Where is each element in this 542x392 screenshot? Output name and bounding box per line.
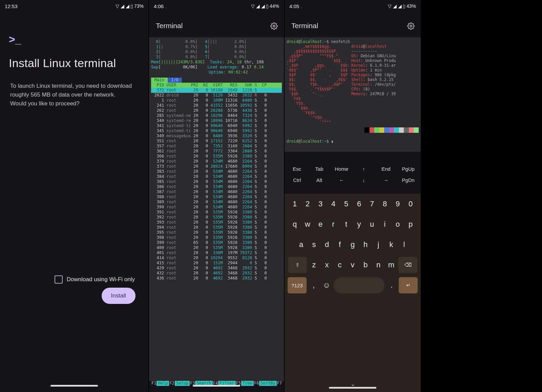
key-f[interactable]: f bbox=[334, 236, 346, 253]
extkey-↑[interactable]: ↑ bbox=[353, 166, 375, 172]
table-row[interactable]: 383 root 20 0 534M 4680 2264 S 0 bbox=[151, 169, 282, 174]
key-1[interactable]: 1 bbox=[289, 196, 300, 212]
key-r[interactable]: r bbox=[328, 216, 339, 232]
table-row[interactable]: 262 root 20 0 26288 5736 4436 S 0 bbox=[151, 108, 282, 113]
gear-icon[interactable] bbox=[270, 22, 278, 31]
chevron-down-icon[interactable]: ⌄ bbox=[351, 381, 355, 387]
table-row[interactable]: 285 systemd-ne 20 0 18296 8464 7324 S 0 bbox=[151, 113, 282, 118]
process-table-header[interactable]: PID USER PRI NI VIRT RES SHR S CP bbox=[151, 83, 282, 88]
key-5[interactable]: 5 bbox=[340, 196, 352, 212]
table-row[interactable]: 341 systemd-ti 20 0 90640 6940 5992 S 0 bbox=[151, 123, 282, 128]
key-o[interactable]: o bbox=[392, 216, 403, 232]
extkey-ctrl[interactable]: Ctrl bbox=[286, 177, 308, 183]
process-list[interactable]: 371 root 20 0 10188 1648 1228 S 2022 dro… bbox=[151, 88, 282, 281]
key-q[interactable]: q bbox=[289, 216, 300, 232]
table-row[interactable]: 385 root 20 0 534M 4680 2264 S 0 bbox=[151, 179, 282, 184]
table-row[interactable]: 399 root 65 0 535M 5928 3380 S 0 bbox=[151, 240, 282, 245]
key-n[interactable]: n bbox=[373, 257, 384, 273]
table-row[interactable]: 351 root 20 0 17152 7220 6252 S 0 bbox=[151, 139, 282, 144]
table-row[interactable]: 415 root 20 0 151M 2944 0 S 0 bbox=[151, 261, 282, 266]
key-p[interactable]: p bbox=[405, 216, 416, 232]
key-c[interactable]: c bbox=[334, 257, 346, 273]
table-row[interactable]: 401 root 20 0 336M 197M 79372 S 0 bbox=[151, 250, 282, 255]
extkey-←[interactable]: ← bbox=[330, 177, 353, 183]
table-row[interactable]: 391 root 20 0 535M 5928 3380 S 0 bbox=[151, 210, 282, 215]
key-7[interactable]: 7 bbox=[366, 196, 378, 212]
fkey-f2[interactable]: F2Setup bbox=[169, 381, 190, 386]
table-row[interactable]: 432 root 20 0 4692 3468 2932 S 0 bbox=[151, 271, 282, 276]
table-row[interactable]: 387 root 20 0 534M 4680 2264 S 0 bbox=[151, 189, 282, 194]
table-row[interactable]: 2022 droid 20 0 5120 3432 2632 R 0 bbox=[151, 93, 282, 98]
table-row[interactable]: 373 root 20 0 28924 17660 8904 S 0 bbox=[151, 164, 282, 169]
table-row[interactable]: 436 root 20 0 4692 3468 2932 S 0 bbox=[151, 276, 282, 281]
table-row[interactable]: 388 root 20 0 534M 4680 2264 S 0 bbox=[151, 194, 282, 200]
home-indicator[interactable] bbox=[50, 385, 98, 387]
extkey-pgdn[interactable]: PgDn bbox=[397, 177, 419, 183]
key-i[interactable]: i bbox=[379, 216, 391, 232]
key-l[interactable]: l bbox=[398, 236, 410, 253]
key-v[interactable]: v bbox=[347, 257, 358, 273]
table-row[interactable]: 361 root 20 0 7772 3364 2880 S 0 bbox=[151, 149, 282, 154]
key-j[interactable]: j bbox=[373, 236, 384, 253]
tab-io[interactable]: I/O bbox=[168, 78, 182, 83]
table-row[interactable]: 1 root 20 0 100M 11316 8480 S 0 bbox=[151, 98, 282, 103]
table-row[interactable]: 371 root 20 0 10188 1648 1228 S bbox=[151, 88, 282, 93]
key-y[interactable]: y bbox=[353, 216, 365, 232]
table-row[interactable]: 366 root 20 0 535M 5928 3380 S 0 bbox=[151, 154, 282, 159]
table-row[interactable]: 241 root 20 0 41552 11656 10592 S 0 bbox=[151, 103, 282, 108]
extkey-esc[interactable]: Esc bbox=[286, 166, 308, 172]
table-row[interactable]: 370 root 20 0 534M 4680 2264 S 0 bbox=[151, 159, 282, 164]
emoji-key[interactable]: ☺ bbox=[321, 277, 332, 293]
extkey-home[interactable]: Home bbox=[330, 166, 353, 172]
key-d[interactable]: d bbox=[321, 236, 333, 253]
home-indicator[interactable] bbox=[193, 385, 240, 387]
key-3[interactable]: 3 bbox=[315, 196, 326, 212]
symbols-key[interactable]: ?123 bbox=[288, 277, 307, 293]
table-row[interactable]: 349 messagebus 20 0 8480 3936 3320 S 0 bbox=[151, 133, 282, 139]
table-row[interactable]: 384 root 20 0 534M 4680 2264 S 0 bbox=[151, 174, 282, 179]
backspace-key[interactable]: ⌫ bbox=[398, 257, 417, 273]
gear-icon[interactable] bbox=[407, 22, 415, 31]
extkey-end[interactable]: End bbox=[375, 166, 397, 172]
table-row[interactable]: 429 root 20 0 4692 3468 2932 S 0 bbox=[151, 266, 282, 271]
checkbox-icon[interactable] bbox=[55, 275, 63, 284]
key-8[interactable]: 8 bbox=[379, 196, 391, 212]
home-indicator[interactable] bbox=[329, 387, 376, 389]
extkey-tab[interactable]: Tab bbox=[308, 166, 331, 172]
key-m[interactable]: m bbox=[385, 257, 397, 273]
table-row[interactable]: 390 root 20 0 534M 4680 2264 S 0 bbox=[151, 205, 282, 210]
key-b[interactable]: b bbox=[360, 257, 371, 273]
key-z[interactable]: z bbox=[308, 257, 320, 273]
table-row[interactable]: 340 systemd-re 20 0 18996 10716 8624 S 0 bbox=[151, 118, 282, 123]
key-t[interactable]: t bbox=[340, 216, 352, 232]
terminal-output[interactable]: droid@localhost:~$ neofetch _,met$$$$$gg… bbox=[285, 37, 421, 152]
key-6[interactable]: 6 bbox=[353, 196, 365, 212]
key-e[interactable]: e bbox=[315, 216, 326, 232]
fkey-f1[interactable]: F1Help bbox=[151, 381, 169, 386]
table-row[interactable]: 345 systemd-ti 20 0 90640 6940 5992 S 0 bbox=[151, 128, 282, 133]
extkey-alt[interactable]: Alt bbox=[308, 177, 331, 183]
tab-main[interactable]: Main bbox=[151, 78, 168, 83]
extkey-→[interactable]: → bbox=[375, 177, 397, 183]
table-row[interactable]: 389 root 20 0 534M 4680 2264 S 0 bbox=[151, 200, 282, 205]
table-row[interactable]: 386 root 20 0 534M 4680 2264 S 0 bbox=[151, 184, 282, 189]
key-s[interactable]: s bbox=[308, 236, 320, 253]
table-row[interactable]: 400 root 20 0 535M 5928 3380 S 0 bbox=[151, 245, 282, 250]
table-row[interactable]: 414 root 20 0 19204 9552 8128 S 0 bbox=[151, 255, 282, 261]
key-u[interactable]: u bbox=[366, 216, 378, 232]
terminal-output[interactable]: 0[ 0.0%] 4[||| 2.0%] 1[| 0.7%] 5[ 0.0%] … bbox=[149, 37, 284, 381]
key-0[interactable]: 0 bbox=[405, 196, 416, 212]
fkey-f6[interactable]: F6SortBy bbox=[254, 381, 277, 386]
enter-key[interactable]: ↵ bbox=[399, 277, 418, 293]
key-9[interactable]: 9 bbox=[392, 196, 403, 212]
key-g[interactable]: g bbox=[347, 236, 358, 253]
extkey-↓[interactable]: ↓ bbox=[353, 177, 375, 183]
extkey-pgup[interactable]: PgUp bbox=[397, 166, 419, 172]
key-a[interactable]: a bbox=[295, 236, 307, 253]
table-row[interactable]: 392 root 20 0 535M 5928 3380 S 0 bbox=[151, 215, 282, 220]
key-x[interactable]: x bbox=[321, 257, 333, 273]
key-h[interactable]: h bbox=[360, 236, 371, 253]
comma-key[interactable]: , bbox=[308, 277, 319, 293]
fkey-f7[interactable]: F7 bbox=[277, 381, 285, 386]
table-row[interactable]: 398 root 20 0 535M 5928 3380 S 0 bbox=[151, 235, 282, 240]
